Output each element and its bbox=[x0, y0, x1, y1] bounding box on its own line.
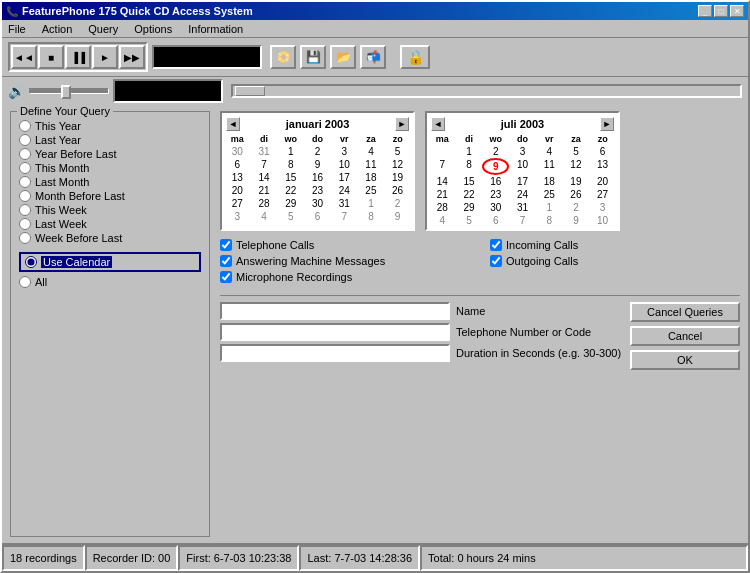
menu-file[interactable]: File bbox=[4, 22, 30, 36]
cal-day[interactable]: 14 bbox=[251, 171, 278, 184]
radio-last-month[interactable]: Last Month bbox=[19, 176, 201, 188]
cal-day[interactable]: 27 bbox=[589, 188, 616, 201]
cal-day[interactable]: 30 bbox=[224, 145, 251, 158]
cal-day[interactable]: 4 bbox=[358, 145, 385, 158]
cal-day[interactable]: 7 bbox=[251, 158, 278, 171]
play-button[interactable]: ► bbox=[92, 45, 118, 69]
cal-day[interactable]: 2 bbox=[304, 145, 331, 158]
phone-input[interactable] bbox=[220, 323, 450, 341]
cal-day[interactable]: 23 bbox=[304, 184, 331, 197]
cal-day[interactable]: 26 bbox=[384, 184, 411, 197]
cal-day[interactable]: 8 bbox=[277, 158, 304, 171]
cal-day[interactable]: 29 bbox=[277, 197, 304, 210]
cal-jul-next[interactable]: ► bbox=[600, 117, 614, 131]
cal-day[interactable]: 18 bbox=[358, 171, 385, 184]
cb-microphone-recordings[interactable]: Microphone Recordings bbox=[220, 271, 470, 283]
cal-day[interactable]: 3 bbox=[509, 145, 536, 158]
cal-day[interactable]: 26 bbox=[563, 188, 590, 201]
maximize-button[interactable]: □ bbox=[714, 5, 728, 17]
cal-day[interactable]: 21 bbox=[251, 184, 278, 197]
cal-day[interactable]: 11 bbox=[536, 158, 563, 175]
cal-day[interactable]: 15 bbox=[456, 175, 483, 188]
cancel-button[interactable]: Cancel bbox=[630, 326, 740, 346]
radio-this-week[interactable]: This Week bbox=[19, 204, 201, 216]
cb-incoming-calls[interactable]: Incoming Calls bbox=[490, 239, 740, 251]
cal-day[interactable]: 20 bbox=[224, 184, 251, 197]
cb-answering-machine[interactable]: Answering Machine Messages bbox=[220, 255, 470, 267]
cal-day[interactable] bbox=[429, 145, 456, 158]
cal-day[interactable]: 16 bbox=[304, 171, 331, 184]
volume-slider[interactable] bbox=[29, 88, 109, 94]
cal-day[interactable]: 10 bbox=[509, 158, 536, 175]
cal-day[interactable]: 7 bbox=[429, 158, 456, 175]
cal-day[interactable]: 5 bbox=[456, 214, 483, 227]
cal-day[interactable]: 1 bbox=[277, 145, 304, 158]
radio-this-year[interactable]: This Year bbox=[19, 120, 201, 132]
cal-day[interactable]: 15 bbox=[277, 171, 304, 184]
cal-day[interactable]: 8 bbox=[358, 210, 385, 223]
name-input[interactable] bbox=[220, 302, 450, 320]
cb-outgoing-calls[interactable]: Outgoing Calls bbox=[490, 255, 740, 267]
cal-day[interactable]: 12 bbox=[384, 158, 411, 171]
cal-day[interactable]: 31 bbox=[251, 145, 278, 158]
menu-options[interactable]: Options bbox=[130, 22, 176, 36]
radio-week-before-last[interactable]: Week Before Last bbox=[19, 232, 201, 244]
cal-day[interactable]: 30 bbox=[482, 201, 509, 214]
cal-day[interactable]: 22 bbox=[277, 184, 304, 197]
cal-day[interactable]: 11 bbox=[358, 158, 385, 171]
cal-day[interactable]: 10 bbox=[589, 214, 616, 227]
cal-day[interactable]: 1 bbox=[536, 201, 563, 214]
cal-day-today[interactable]: 9 bbox=[482, 158, 509, 175]
cal-day[interactable]: 6 bbox=[589, 145, 616, 158]
minimize-button[interactable]: _ bbox=[698, 5, 712, 17]
cal-jul-prev[interactable]: ◄ bbox=[431, 117, 445, 131]
cal-day[interactable]: 6 bbox=[224, 158, 251, 171]
cal-day[interactable]: 25 bbox=[358, 184, 385, 197]
duration-input[interactable] bbox=[220, 344, 450, 362]
cal-jan-next[interactable]: ► bbox=[395, 117, 409, 131]
cal-day[interactable]: 12 bbox=[563, 158, 590, 175]
cal-day[interactable]: 14 bbox=[429, 175, 456, 188]
cal-day[interactable]: 29 bbox=[456, 201, 483, 214]
rewind-button[interactable]: ◄◄ bbox=[11, 45, 37, 69]
cal-day[interactable]: 19 bbox=[384, 171, 411, 184]
cal-jan-prev[interactable]: ◄ bbox=[226, 117, 240, 131]
btn3[interactable]: 📂 bbox=[330, 45, 356, 69]
cal-day[interactable]: 18 bbox=[536, 175, 563, 188]
cal-day[interactable]: 16 bbox=[482, 175, 509, 188]
cal-day[interactable]: 13 bbox=[589, 158, 616, 175]
cal-day[interactable]: 24 bbox=[509, 188, 536, 201]
cal-day[interactable]: 2 bbox=[384, 197, 411, 210]
cal-day[interactable]: 4 bbox=[536, 145, 563, 158]
ok-button[interactable]: OK bbox=[630, 350, 740, 370]
cal-day[interactable]: 2 bbox=[482, 145, 509, 158]
cal-day[interactable]: 24 bbox=[331, 184, 358, 197]
btn4[interactable]: 📬 bbox=[360, 45, 386, 69]
cal-day[interactable]: 3 bbox=[224, 210, 251, 223]
cal-day[interactable]: 3 bbox=[589, 201, 616, 214]
cal-day[interactable]: 19 bbox=[563, 175, 590, 188]
cal-day[interactable]: 5 bbox=[277, 210, 304, 223]
cal-day[interactable]: 7 bbox=[331, 210, 358, 223]
cal-day[interactable]: 28 bbox=[429, 201, 456, 214]
radio-last-week[interactable]: Last Week bbox=[19, 218, 201, 230]
cal-day[interactable]: 23 bbox=[482, 188, 509, 201]
stop-button[interactable]: ■ bbox=[38, 45, 64, 69]
cal-day[interactable]: 1 bbox=[456, 145, 483, 158]
cal-day[interactable]: 4 bbox=[429, 214, 456, 227]
radio-this-month[interactable]: This Month bbox=[19, 162, 201, 174]
cal-day[interactable]: 8 bbox=[536, 214, 563, 227]
cal-day[interactable]: 17 bbox=[331, 171, 358, 184]
btn2[interactable]: 💾 bbox=[300, 45, 326, 69]
cal-day[interactable]: 1 bbox=[358, 197, 385, 210]
cal-day[interactable]: 30 bbox=[304, 197, 331, 210]
cal-day[interactable]: 10 bbox=[331, 158, 358, 171]
cal-day[interactable]: 9 bbox=[304, 158, 331, 171]
cal-day[interactable]: 31 bbox=[509, 201, 536, 214]
cal-day[interactable]: 7 bbox=[509, 214, 536, 227]
lock-button[interactable]: 🔒 bbox=[400, 45, 430, 69]
cal-day[interactable]: 5 bbox=[563, 145, 590, 158]
cal-day[interactable]: 22 bbox=[456, 188, 483, 201]
cal-day[interactable]: 21 bbox=[429, 188, 456, 201]
cal-day[interactable]: 4 bbox=[251, 210, 278, 223]
